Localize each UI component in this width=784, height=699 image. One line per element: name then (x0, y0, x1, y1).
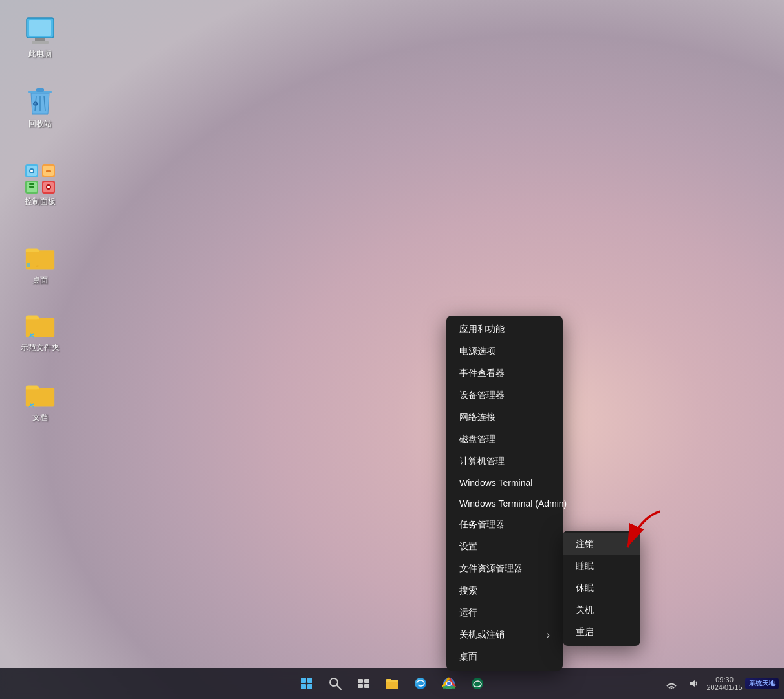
menu-item-network[interactable]: 网络连接 (446, 406, 563, 428)
svg-point-32 (330, 678, 338, 686)
desktop-icon-folder-3[interactable]: 文档 (14, 377, 66, 426)
svg-rect-2 (35, 38, 45, 41)
menu-item-settings[interactable]: 设置 (446, 536, 563, 558)
svg-rect-3 (32, 41, 49, 44)
svg-rect-1 (29, 20, 51, 36)
tray-volume[interactable] (683, 673, 704, 694)
watermark-badge: 系统天地 (745, 678, 779, 689)
svg-rect-28 (27, 263, 30, 267)
menu-item-computer-mgmt[interactable]: 计算机管理 (446, 450, 563, 472)
folder-icon (385, 677, 399, 690)
svg-rect-36 (358, 684, 363, 688)
menu-item-file-explorer[interactable]: 文件资源管理器 (446, 558, 563, 580)
this-pc-label: 此电脑 (28, 49, 52, 60)
edge2-icon (470, 676, 485, 691)
submenu-sleep[interactable]: 睡眠 (563, 555, 640, 577)
menu-item-event-viewer[interactable]: 事件查看器 (446, 362, 563, 384)
edge2-button[interactable] (464, 671, 490, 696)
svg-point-25 (47, 186, 50, 188)
svg-rect-37 (364, 684, 369, 688)
menu-item-windows-terminal-admin[interactable]: Windows Terminal (Admin) (446, 493, 563, 514)
context-menu: 应用和功能 电源选项 事件查看器 设备管理器 网络连接 磁盘管理 计算机管理 W… (446, 316, 563, 671)
svg-text:♻: ♻ (32, 100, 38, 107)
menu-item-device-manager[interactable]: 设备管理器 (446, 384, 563, 406)
submenu-signout[interactable]: 注销 (563, 533, 640, 555)
edge-button[interactable] (408, 671, 433, 696)
start-button[interactable] (294, 671, 320, 696)
svg-point-42 (447, 682, 451, 685)
submenu-shutdown[interactable]: 关机 (563, 599, 640, 621)
edge-icon (413, 676, 428, 691)
menu-item-shutdown[interactable]: 关机或注销 (446, 624, 563, 646)
clock[interactable]: 09:30 2024/01/15 (705, 673, 744, 694)
search-icon (329, 677, 342, 690)
svg-rect-5 (36, 88, 44, 92)
svg-rect-16 (46, 170, 51, 172)
desktop: 此电脑 ♻ 回收站 (0, 0, 784, 699)
svg-line-33 (337, 685, 341, 689)
svg-point-13 (30, 170, 33, 172)
folder-3-label: 文档 (32, 413, 48, 423)
svg-rect-20 (29, 186, 34, 188)
folder-1-label: 桌面 (32, 276, 48, 286)
submenu-restart[interactable]: 重启 (563, 621, 640, 643)
menu-item-disk-mgmt[interactable]: 磁盘管理 (446, 428, 563, 450)
menu-item-search[interactable]: 搜索 (446, 580, 563, 602)
menu-item-run[interactable]: 运行 (446, 602, 563, 624)
svg-rect-35 (364, 679, 369, 683)
desktop-icon-folder-2[interactable]: 示范文件夹 (14, 307, 66, 356)
submenu-hibernate[interactable]: 休眠 (563, 577, 640, 599)
taskbar: 09:30 2024/01/15 系统天地 (0, 668, 784, 699)
search-button[interactable] (322, 671, 348, 696)
chrome-button[interactable] (436, 671, 462, 696)
watermark-text: 系统天地 (749, 679, 775, 688)
desktop-icon-folder-1[interactable]: 桌面 (14, 239, 66, 289)
desktop-icon-recycle-bin[interactable]: ♻ 回收站 (14, 83, 66, 132)
menu-item-windows-terminal[interactable]: Windows Terminal (446, 472, 563, 493)
menu-item-power[interactable]: 电源选项 (446, 340, 563, 362)
chrome-icon (442, 676, 456, 691)
system-tray: 09:30 2024/01/15 系统天地 (661, 668, 784, 699)
svg-rect-34 (358, 679, 363, 683)
task-view-button[interactable] (351, 671, 376, 696)
svg-point-44 (671, 688, 673, 690)
file-explorer-button[interactable] (379, 671, 405, 696)
windows-logo-icon (301, 678, 312, 689)
recycle-bin-label: 回收站 (28, 119, 52, 129)
svg-rect-21 (29, 183, 34, 185)
desktop-icon-control-panel[interactable]: 控制面板 (14, 161, 66, 210)
task-view-icon (357, 678, 370, 689)
tray-network[interactable] (661, 673, 682, 694)
taskbar-center-icons (294, 671, 490, 696)
shutdown-submenu: 注销 睡眠 休眠 关机 重启 (563, 531, 640, 646)
control-panel-label: 控制面板 (25, 197, 56, 207)
folder-2-label: 示范文件夹 (21, 343, 60, 353)
menu-item-apps[interactable]: 应用和功能 (446, 318, 563, 340)
menu-item-task-manager[interactable]: 任务管理器 (446, 514, 563, 536)
menu-item-desktop[interactable]: 桌面 (446, 646, 563, 668)
desktop-icon-this-pc[interactable]: 此电脑 (14, 13, 66, 62)
